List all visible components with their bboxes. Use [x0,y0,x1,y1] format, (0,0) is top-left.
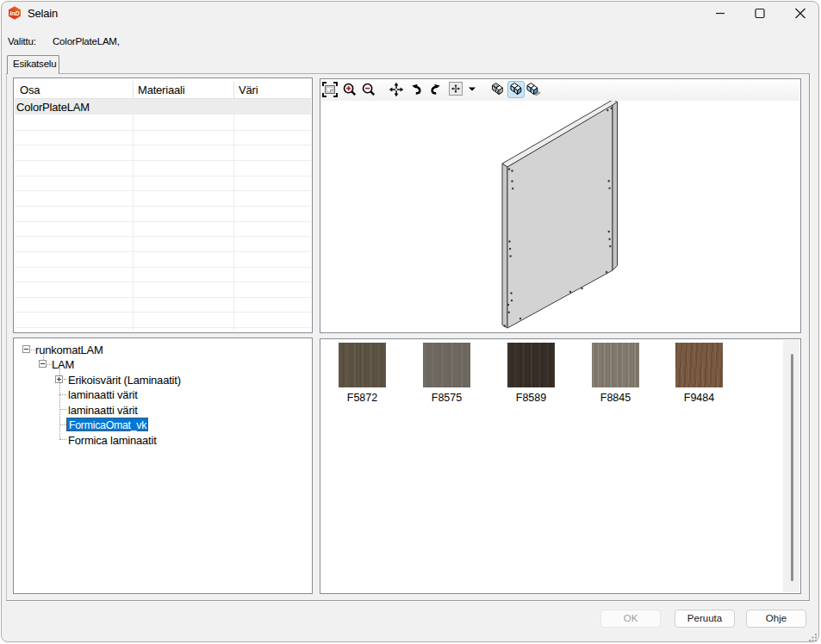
svg-text:InD: InD [9,10,19,16]
